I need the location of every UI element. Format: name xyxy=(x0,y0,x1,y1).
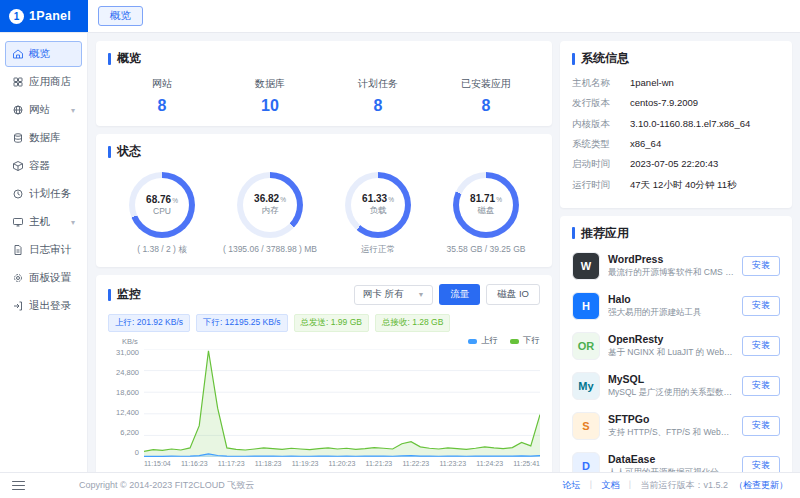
traffic-area-chart xyxy=(144,349,540,457)
sidebar-item[interactable]: 日志审计 xyxy=(5,237,82,263)
app-list: W WordPress 最流行的开源博客软件和 CMS 系统 安装 H xyxy=(572,246,780,472)
docs-link[interactable]: 文档 xyxy=(601,479,619,492)
overview-stat[interactable]: 计划任务 8 xyxy=(324,77,432,115)
overview-stat[interactable]: 已安装应用 8 xyxy=(432,77,540,115)
sidebar-item[interactable]: 网站 ▾ xyxy=(5,97,82,123)
install-button[interactable]: 安装 xyxy=(742,416,780,436)
sidebar-item[interactable]: 数据库 xyxy=(5,125,82,151)
system-info-card: 系统信息 主机名称 1panel-wn 发行版本 centos- xyxy=(560,41,792,208)
sidebar-item[interactable]: 应用商店 xyxy=(5,69,82,95)
y-tick-label: 6,200 xyxy=(120,429,139,437)
app-list-item: My MySQL MySQL 是广泛使用的关系型数据库 安装 xyxy=(572,366,780,406)
app-root: 1 1Panel 概览 概览 应用商店 xyxy=(0,0,800,498)
app-description: 最流行的开源博客软件和 CMS 系统 xyxy=(608,267,734,279)
title-accent-bar xyxy=(108,146,111,158)
status-gauge: 68.76% CPU ( 1.38 / 2 ) 核 xyxy=(108,172,216,256)
sidebar-item-icon xyxy=(12,76,24,88)
info-label: 系统类型 xyxy=(572,138,630,151)
sidebar-item[interactable]: 计划任务 xyxy=(5,181,82,207)
overview-stats: 网站 8 数据库 10 计划任务 8 xyxy=(108,77,540,115)
brand-name: 1Panel xyxy=(29,9,71,23)
sidebar-item-label: 面板设置 xyxy=(29,271,71,285)
legend-item[interactable]: 下行 xyxy=(510,335,540,347)
app-name[interactable]: DataEase xyxy=(608,453,734,465)
sidebar-collapse-icon[interactable] xyxy=(12,481,25,491)
header: 1 1Panel 概览 xyxy=(0,0,800,33)
gauge-label: 内存 xyxy=(262,205,279,217)
x-tick-label: 11:20:23 xyxy=(329,460,356,467)
gauge-subtext: ( 1.38 / 2 ) 核 xyxy=(137,244,187,256)
monitor-controls: 网卡 所有 ▼ 流量 磁盘 IO xyxy=(354,284,540,305)
right-column: 系统信息 主机名称 1panel-wn 发行版本 centos- xyxy=(560,41,792,464)
app-name[interactable]: Halo xyxy=(608,293,734,305)
app-description: MySQL 是广泛使用的关系型数据库 xyxy=(608,387,734,399)
forum-link[interactable]: 论坛 xyxy=(562,479,580,492)
system-info-row: 发行版本 centos-7.9.2009 xyxy=(572,97,780,110)
topbar: 概览 xyxy=(88,0,800,32)
sidebar-item-icon xyxy=(12,272,24,284)
system-info-row: 启动时间 2023-07-05 22:20:43 xyxy=(572,158,780,171)
app-name[interactable]: SFTPGo xyxy=(608,413,734,425)
app-description: 支持 HTTP/S、FTP/S 和 WebDAV 的 SFTP 服务 xyxy=(608,427,734,439)
chart-plot-area xyxy=(144,349,540,457)
install-button[interactable]: 安装 xyxy=(742,336,780,356)
app-name[interactable]: MySQL xyxy=(608,373,734,385)
sidebar-item[interactable]: 容器 xyxy=(5,153,82,179)
traffic-button[interactable]: 流量 xyxy=(439,284,480,305)
overview-title-text: 概览 xyxy=(117,50,141,67)
info-label: 运行时间 xyxy=(572,179,630,192)
sidebar-item[interactable]: 面板设置 xyxy=(5,265,82,291)
info-label: 发行版本 xyxy=(572,97,630,110)
app-icon: W xyxy=(572,252,600,280)
sidebar-item-label: 日志审计 xyxy=(29,243,71,257)
monitor-stat-tags: 上行: 201.92 KB/s 下行: 12195.25 KB/s 总发送: 1… xyxy=(108,314,540,332)
app-icon: H xyxy=(572,292,600,320)
stat-value: 10 xyxy=(216,97,324,115)
disk-io-button[interactable]: 磁盘 IO xyxy=(486,284,540,305)
install-button[interactable]: 安装 xyxy=(742,456,780,472)
install-button[interactable]: 安装 xyxy=(742,296,780,316)
overview-stat[interactable]: 网站 8 xyxy=(108,77,216,115)
x-tick-label: 11:17:23 xyxy=(218,460,245,467)
install-button[interactable]: 安装 xyxy=(742,376,780,396)
network-interface-select[interactable]: 网卡 所有 ▼ xyxy=(354,285,434,305)
app-list-item: W WordPress 最流行的开源博客软件和 CMS 系统 安装 xyxy=(572,246,780,286)
legend-item[interactable]: 上行 xyxy=(468,335,498,347)
monitor-chart: 31,00024,80018,60012,4006,2000 xyxy=(108,349,540,457)
monitor-card: 监控 网卡 所有 ▼ 流量 磁盘 IO xyxy=(96,275,552,472)
sidebar-item-label: 退出登录 xyxy=(29,299,71,313)
gauge-percent: 68.76% xyxy=(146,194,178,205)
gauge-ring: 81.71% 磁盘 xyxy=(453,172,519,238)
gauge-label: 磁盘 xyxy=(478,205,495,217)
status-gauge: 81.71% 磁盘 35.58 GB / 39.25 GB xyxy=(432,172,540,256)
sidebar-item[interactable]: 主机 ▾ xyxy=(5,209,82,235)
x-axis-labels: 11:15:0411:16:2311:17:2311:18:2311:19:23… xyxy=(144,460,540,467)
stat-value: 8 xyxy=(432,97,540,115)
app-list-item: D DataEase 人人可用的开源数据可视化分析工具 安装 xyxy=(572,446,780,472)
system-info-rows: 主机名称 1panel-wn 发行版本 centos-7.9.2009 内核版本 xyxy=(572,77,780,191)
chart-legend: 上行 下行 xyxy=(468,335,540,347)
check-update-link[interactable]: （检查更新） xyxy=(734,479,788,492)
sidebar-item-icon xyxy=(12,132,24,144)
sidebar-item[interactable]: 概览 xyxy=(5,41,82,67)
chevron-down-icon: ▼ xyxy=(417,291,424,298)
info-value: 3.10.0-1160.88.1.el7.x86_64 xyxy=(630,118,750,131)
info-label: 内核版本 xyxy=(572,118,630,131)
app-name[interactable]: WordPress xyxy=(608,253,734,265)
status-gauge: 36.82% 内存 ( 1395.06 / 3788.98 ) MB xyxy=(216,172,324,256)
x-tick-label: 11:19:23 xyxy=(292,460,319,467)
stat-tag: 总发送: 1.99 GB xyxy=(294,314,369,332)
tab-overview[interactable]: 概览 xyxy=(98,6,143,26)
x-tick-label: 11:24:23 xyxy=(476,460,503,467)
info-value: x86_64 xyxy=(630,138,661,151)
info-value: 2023-07-05 22:20:43 xyxy=(630,158,718,171)
app-name[interactable]: OpenResty xyxy=(608,333,734,345)
sidebar-item[interactable]: 退出登录 xyxy=(5,293,82,319)
install-button[interactable]: 安装 xyxy=(742,256,780,276)
sidebar-item-icon xyxy=(12,188,24,200)
recommended-apps-card-title: 推荐应用 xyxy=(572,225,780,242)
copyright-text: Copyright © 2014-2023 FIT2CLOUD 飞致云 xyxy=(79,479,254,492)
overview-stat[interactable]: 数据库 10 xyxy=(216,77,324,115)
info-value: 1panel-wn xyxy=(630,77,674,90)
y-axis-unit: KB/s xyxy=(122,337,138,346)
